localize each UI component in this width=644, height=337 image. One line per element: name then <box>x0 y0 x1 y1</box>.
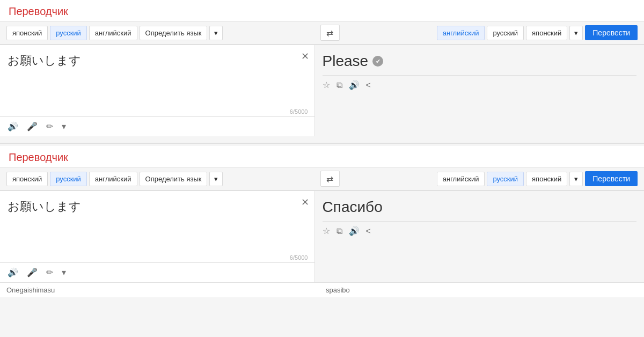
lang-btn-japanese-1[interactable]: японский <box>6 26 48 40</box>
swap-area-2: ⇄ <box>314 171 346 187</box>
char-count-1: 6/5000 <box>290 108 308 115</box>
swap-area-1: ⇄ <box>314 25 346 41</box>
output-actions-2: ☆ ⧉ 🔊 < <box>323 221 637 240</box>
lang-btn-english-right-1[interactable]: английский <box>437 26 485 40</box>
title-bar-1: Переводчик <box>0 0 644 21</box>
input-actions-1: 🔊 🎤 ✏ ▾ <box>0 116 314 136</box>
lang-btn-japanese-right-2[interactable]: японский <box>526 172 567 186</box>
output-actions-1: ☆ ⧉ 🔊 < <box>323 75 637 94</box>
speaker-button-2[interactable]: 🔊 <box>5 266 20 279</box>
lang-buttons-left-1: японский русский английский Определить я… <box>6 26 223 40</box>
lang-btn-russian-right-2[interactable]: русский <box>487 172 524 186</box>
source-input-1[interactable] <box>0 45 314 115</box>
swap-button-2[interactable]: ⇄ <box>320 171 340 187</box>
swap-icon-2: ⇄ <box>326 174 333 184</box>
translated-word-1: Please <box>323 53 369 70</box>
section-divider <box>0 143 644 144</box>
page-title-1: Переводчик <box>9 5 635 18</box>
right-toolbar-2: английский русский японский ▾ Перевести <box>437 171 638 186</box>
swap-icon-1: ⇄ <box>326 28 333 38</box>
toolbar-1: японский русский английский Определить я… <box>0 21 644 45</box>
input-panel-1: ✕ 6/5000 🔊 🎤 ✏ ▾ <box>0 45 315 136</box>
mic-button-1[interactable]: 🎤 <box>25 120 40 133</box>
chevron-button-1[interactable]: ▾ <box>60 120 68 133</box>
star-button-2[interactable]: ☆ <box>323 226 330 236</box>
lang-dropdown-left-1[interactable]: ▾ <box>209 26 223 40</box>
toolbar-2: японский русский английский Определить я… <box>0 167 644 191</box>
listen-button-1[interactable]: 🔊 <box>349 80 360 90</box>
output-panel-2: Спасибо ☆ ⧉ 🔊 < <box>315 191 645 282</box>
char-count-2: 6/5000 <box>290 254 308 261</box>
translation-area-2: ✕ 6/5000 🔊 🎤 ✏ ▾ Спасибо ☆ ⧉ 🔊 < <box>0 191 644 282</box>
input-panel-2: ✕ 6/5000 🔊 🎤 ✏ ▾ <box>0 191 315 282</box>
output-panel-1: Please ✔ ☆ ⧉ 🔊 < <box>315 45 645 136</box>
copy-button-2[interactable]: ⧉ <box>336 226 342 236</box>
lang-btn-japanese-right-1[interactable]: японский <box>526 26 567 40</box>
translator-block-2: Переводчик японский русский английский О… <box>0 146 644 297</box>
page-title-2: Переводчик <box>9 151 635 164</box>
romanization-row: Onegaishimasu spasibo <box>0 282 644 297</box>
output-text-2: Спасибо <box>323 199 637 216</box>
translator-block-1: Переводчик японский русский английский О… <box>0 0 644 136</box>
lang-btn-english-2[interactable]: английский <box>89 172 137 186</box>
input-actions-2: 🔊 🎤 ✏ ▾ <box>0 262 314 282</box>
speaker-button-1[interactable]: 🔊 <box>5 120 20 133</box>
lang-btn-russian-1[interactable]: русский <box>50 26 87 40</box>
lang-btn-russian-2[interactable]: русский <box>50 172 87 186</box>
output-text-1: Please ✔ <box>323 53 637 70</box>
listen-button-2[interactable]: 🔊 <box>349 226 360 236</box>
lang-dropdown-left-2[interactable]: ▾ <box>209 172 223 186</box>
pencil-button-2[interactable]: ✏ <box>44 266 55 279</box>
translate-button-2[interactable]: Перевести <box>585 171 638 186</box>
star-button-1[interactable]: ☆ <box>323 80 330 90</box>
swap-button-1[interactable]: ⇄ <box>320 25 340 41</box>
copy-button-1[interactable]: ⧉ <box>336 80 342 90</box>
romanization-left: Onegaishimasu <box>6 286 318 294</box>
translated-word-2: Спасибо <box>323 199 383 216</box>
lang-btn-english-1[interactable]: английский <box>89 26 137 40</box>
lang-dropdown-right-2[interactable]: ▾ <box>569 172 583 186</box>
lang-dropdown-right-1[interactable]: ▾ <box>569 26 583 40</box>
verified-icon-1: ✔ <box>372 56 383 67</box>
lang-btn-japanese-2[interactable]: японский <box>6 172 48 186</box>
source-input-2[interactable] <box>0 191 314 261</box>
pencil-button-1[interactable]: ✏ <box>44 120 55 133</box>
lang-btn-english-right-2[interactable]: английский <box>437 172 485 186</box>
share-button-1[interactable]: < <box>366 80 371 90</box>
share-button-2[interactable]: < <box>366 226 371 236</box>
translation-area-1: ✕ 6/5000 🔊 🎤 ✏ ▾ Please ✔ ☆ ⧉ 🔊 < <box>0 45 644 136</box>
lang-btn-detect-1[interactable]: Определить язык <box>140 26 208 40</box>
clear-button-1[interactable]: ✕ <box>301 50 309 62</box>
mic-button-2[interactable]: 🎤 <box>25 266 40 279</box>
translate-button-1[interactable]: Перевести <box>585 25 638 40</box>
lang-btn-detect-2[interactable]: Определить язык <box>140 172 208 186</box>
right-toolbar-1: английский русский японский ▾ Перевести <box>437 25 638 40</box>
lang-btn-russian-right-1[interactable]: русский <box>487 26 524 40</box>
clear-button-2[interactable]: ✕ <box>301 196 309 208</box>
romanization-right: spasibo <box>318 286 638 294</box>
chevron-button-2[interactable]: ▾ <box>60 266 68 279</box>
lang-buttons-left-2: японский русский английский Определить я… <box>6 172 223 186</box>
title-bar-2: Переводчик <box>0 146 644 167</box>
